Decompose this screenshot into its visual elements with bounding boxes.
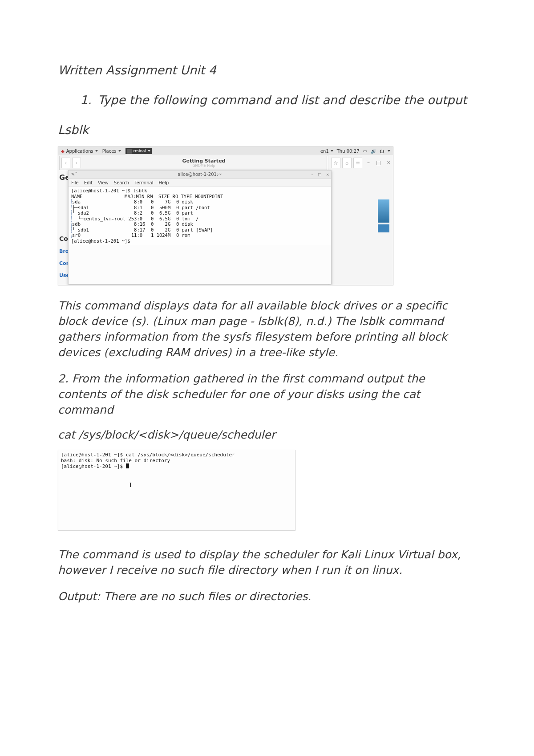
text-cursor-icon: I bbox=[129, 482, 132, 488]
help-content-truncated: Ge Cor Brow Conn Use v GN bbox=[59, 171, 69, 285]
close-button[interactable]: × bbox=[384, 158, 393, 167]
maximize-button[interactable]: □ bbox=[374, 158, 383, 167]
help-heading-truncated: Ge bbox=[59, 173, 69, 182]
help-link-truncated: Use v bbox=[59, 272, 69, 278]
terminal-line: [alice@host-1-201 ~]$ lsblk bbox=[71, 188, 147, 193]
minimize-button[interactable]: – bbox=[311, 171, 313, 179]
screenshot-gnome-desktop: ◆ Applications Places rminal en1 bbox=[58, 146, 393, 285]
chevron-down-icon bbox=[95, 150, 98, 152]
applications-label: Applications bbox=[66, 149, 93, 154]
question-1-text: Type the following command and list and … bbox=[98, 92, 467, 108]
volume-icon[interactable]: 🔊 bbox=[371, 149, 376, 154]
question-1: 1. Type the following command and list a… bbox=[58, 92, 476, 108]
menu-help[interactable]: Help bbox=[158, 180, 169, 185]
terminal-line: sdb 8:16 0 2G 0 disk bbox=[71, 221, 193, 227]
right-panel: ☆ ⌕ ≡ – □ × bbox=[328, 155, 393, 285]
places-menu[interactable]: Places bbox=[102, 149, 121, 154]
help-window-title: Getting Started bbox=[182, 158, 226, 164]
maximize-button[interactable]: □ bbox=[318, 171, 322, 179]
command-2-label: cat /sys/block/<disk>/queue/scheduler bbox=[58, 428, 476, 441]
bookmark-button[interactable]: ☆ bbox=[331, 158, 340, 168]
gnome-top-bar: ◆ Applications Places rminal en1 bbox=[58, 147, 393, 155]
terminal-line: [alice@host-1-201 ~]$ bbox=[71, 238, 130, 244]
gnome-help-toolbar: ‹ › Getting Started GNOME Help bbox=[59, 156, 327, 170]
menu-file[interactable]: File bbox=[71, 180, 79, 185]
terminal-icon bbox=[127, 149, 132, 154]
forward-button[interactable]: › bbox=[72, 158, 81, 168]
menu-terminal[interactable]: Terminal bbox=[134, 180, 153, 185]
question-1-number: 1. bbox=[80, 92, 92, 108]
help-section-truncated: Cor bbox=[59, 235, 69, 242]
terminal-menubar: File Edit View Search Terminal Help bbox=[69, 179, 331, 187]
terminal-line: └─sda2 8:2 0 6.5G 0 part bbox=[71, 210, 193, 215]
command-1-label: Lsblk bbox=[58, 123, 476, 137]
terminal-line: bash: disk: No such file or directory bbox=[61, 458, 170, 463]
chevron-down-icon bbox=[331, 150, 333, 152]
terminal-line: ├─sda1 8:1 0 500M 0 part /boot bbox=[71, 205, 210, 210]
chevron-down-icon bbox=[118, 150, 121, 152]
terminal-window: ✎˅ alice@host-1-201:~ – □ × File Edit Vi… bbox=[68, 170, 332, 285]
help-window-subtitle: GNOME Help bbox=[81, 164, 327, 168]
terminal-line: [alice@host-1-201 ~]$ bbox=[61, 463, 126, 469]
chevron-down-icon bbox=[148, 150, 150, 152]
question-2: 2. From the information gathered in the … bbox=[58, 371, 476, 418]
search-button[interactable]: ⌕ bbox=[342, 158, 352, 168]
menu-edit[interactable]: Edit bbox=[84, 180, 93, 185]
power-icon[interactable]: ⏻ bbox=[380, 149, 384, 154]
terminal-line: NAME MAJ:MIN RM SIZE RO TYPE MOUNTPOINT bbox=[71, 194, 223, 199]
taskbar-terminal-label: rminal bbox=[134, 149, 146, 153]
menu-view[interactable]: View bbox=[98, 180, 109, 185]
battery-icon[interactable]: ▭ bbox=[363, 149, 367, 154]
thumbnail-image bbox=[378, 224, 389, 232]
terminal-title: alice@host-1-201:~ bbox=[178, 172, 222, 177]
clock[interactable]: Thu 00:27 bbox=[337, 149, 360, 154]
places-label: Places bbox=[102, 149, 117, 154]
terminal-line: [alice@host-1-201 ~]$ cat /sys/block/<di… bbox=[61, 452, 235, 458]
taskbar-terminal-button[interactable]: rminal bbox=[125, 148, 152, 154]
language-indicator[interactable]: en1 bbox=[320, 149, 333, 154]
chevron-down-icon bbox=[388, 150, 390, 152]
terminal-line: sr0 11:0 1 1024M 0 rom bbox=[71, 232, 190, 238]
terminal-line: └─centos_lvm-root 253:0 0 6.5G 0 lvm / bbox=[71, 216, 198, 221]
extra-icon: ✎˅ bbox=[71, 171, 77, 179]
paragraph-2: The command is used to display the sched… bbox=[58, 547, 476, 578]
applications-menu[interactable]: ◆ Applications bbox=[61, 149, 98, 154]
close-button[interactable]: × bbox=[326, 171, 329, 179]
terminal-line: sda 8:0 0 7G 0 disk bbox=[71, 199, 193, 204]
minimize-button[interactable]: – bbox=[364, 158, 372, 167]
paragraph-3: Output: There are no such files or direc… bbox=[58, 589, 476, 604]
page-title: Written Assignment Unit 4 bbox=[58, 62, 476, 78]
screenshot-terminal-small: [alice@host-1-201 ~]$ cat /sys/block/<di… bbox=[58, 450, 295, 531]
menu-button[interactable]: ≡ bbox=[353, 158, 363, 168]
paragraph-1: This command displays data for all avail… bbox=[58, 298, 476, 360]
terminal-output[interactable]: [alice@host-1-201 ~]$ lsblk NAME MAJ:MIN… bbox=[69, 187, 331, 245]
help-link-truncated: Conn bbox=[59, 260, 69, 266]
cursor-block-icon bbox=[126, 463, 129, 468]
menu-search[interactable]: Search bbox=[114, 180, 129, 185]
help-link-truncated: Brow bbox=[59, 248, 69, 254]
terminal-line: └─sdb1 8:17 0 2G 0 part [SWAP] bbox=[71, 227, 213, 232]
thumbnail-image bbox=[378, 199, 389, 223]
language-label: en1 bbox=[320, 149, 329, 154]
document-page: Written Assignment Unit 4 1. Type the fo… bbox=[0, 0, 534, 756]
back-button[interactable]: ‹ bbox=[61, 158, 70, 168]
